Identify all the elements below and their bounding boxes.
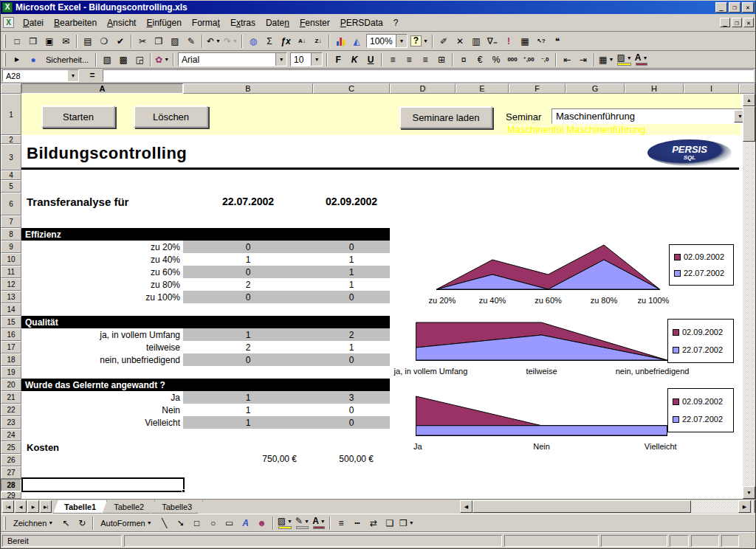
select-objects-button[interactable]: ↖ — [58, 516, 74, 531]
thousands-button[interactable]: 000 — [504, 52, 520, 67]
section-header[interactable]: Qualität — [21, 316, 390, 328]
row-value-2[interactable]: 0 — [313, 291, 390, 303]
autoformen-menu-button[interactable]: AutoFormen▼ — [96, 516, 156, 531]
column-header-h[interactable]: H — [625, 83, 684, 94]
kosten-value-1[interactable]: 750,00 € — [183, 454, 313, 466]
menu-item-einfgen[interactable]: Einfügen — [141, 15, 186, 30]
menu-item-format[interactable]: Format — [187, 15, 225, 30]
formula-input[interactable] — [103, 69, 754, 82]
active-cell-a28[interactable] — [21, 477, 185, 492]
last-sheet-button[interactable]: ▶| — [40, 500, 52, 513]
autofilter-button[interactable]: ∇₌ — [484, 34, 501, 49]
insert-hyperlink-button[interactable]: ◍ — [245, 34, 261, 49]
seminar-dropdown[interactable]: Maschinenführung ▼ — [551, 108, 743, 124]
save-button[interactable]: ▣ — [41, 34, 58, 49]
edit-formula-button[interactable]: = — [85, 70, 100, 82]
section-header[interactable]: Effizienz — [21, 228, 390, 241]
row-header-21[interactable]: 21 — [1, 391, 21, 404]
size-combo-arrow-icon[interactable]: ▼ — [311, 53, 322, 66]
row-header-15[interactable]: 15 — [1, 316, 21, 328]
size-combo[interactable]: 10▼ — [290, 52, 323, 66]
autosum-button[interactable]: Σ — [261, 34, 278, 49]
align-left-button[interactable]: ≡ — [385, 52, 401, 67]
row-value-2[interactable]: 0 — [313, 404, 390, 416]
row-value-2[interactable]: 2 — [313, 328, 390, 341]
free-rotate-button[interactable]: ↻ — [74, 516, 90, 531]
scroll-right-icon[interactable]: ▶ — [738, 500, 751, 513]
row-header-27[interactable]: 27 — [1, 466, 21, 479]
chart-effizienz[interactable]: zu 20%zu 40%zu 60%zu 80%zu 100%02.09.200… — [436, 244, 732, 308]
close-button[interactable]: ✕ — [742, 2, 754, 13]
workbook-restore-button[interactable]: ❐ — [732, 18, 742, 27]
increase-indent-button[interactable]: ⇥ — [575, 52, 591, 67]
redo-dropdown-icon[interactable]: ▼ — [233, 38, 238, 44]
transfer-date-1[interactable]: 22.07.2002 — [183, 196, 313, 207]
zoom-combo-arrow-icon[interactable]: ▼ — [396, 35, 407, 47]
important-button[interactable]: ! — [501, 34, 517, 49]
row-header-3[interactable]: 3 — [1, 144, 21, 170]
bold-button[interactable]: F — [330, 52, 346, 67]
row-value-2[interactable]: 0 — [313, 353, 390, 366]
zeichnen-menu-dropdown-icon[interactable]: ▼ — [48, 520, 53, 525]
currency-button[interactable]: ¤ — [456, 52, 472, 67]
row-header-25[interactable]: 25 — [1, 441, 21, 454]
fill-color-button[interactable]: ▨▼ — [276, 516, 294, 531]
toolbar-grip[interactable] — [4, 53, 6, 66]
paste-button[interactable]: ▨ — [167, 34, 183, 49]
italic-button[interactable]: K — [346, 52, 362, 67]
row-value-1[interactable]: 1 — [183, 391, 313, 404]
column-header-f[interactable]: F — [509, 83, 566, 94]
wordart-button[interactable]: A — [238, 516, 254, 531]
text-box-button[interactable]: ▭ — [221, 516, 238, 531]
name-box[interactable]: A28 ▼ — [2, 69, 79, 82]
redo-button[interactable]: ↷▼ — [222, 34, 239, 49]
decrease-decimal-button[interactable]: ⁻,0 — [537, 52, 553, 67]
toolbar-grip[interactable] — [4, 35, 6, 48]
chart-colors-dropdown-icon[interactable]: ▼ — [164, 57, 169, 62]
borders-dropdown-icon[interactable]: ▼ — [608, 57, 614, 62]
email-button[interactable]: ✉ — [58, 34, 74, 49]
column-header-c[interactable]: C — [313, 83, 390, 94]
row-value-2[interactable]: 1 — [313, 253, 390, 266]
font-color-dropdown-icon[interactable]: ▼ — [643, 55, 648, 61]
toolbar-grip[interactable] — [4, 517, 6, 530]
sort-descending-button[interactable]: Z↓ — [310, 34, 326, 49]
sort-ascending-button[interactable]: A↓ — [294, 34, 310, 49]
fill-color-button[interactable]: ▨▼ — [615, 52, 633, 67]
chart-angewandt[interactable]: JaNeinVielleicht02.09.200222.07.2002 — [416, 396, 743, 459]
columns-button[interactable]: ▥ — [468, 34, 484, 49]
print-button[interactable]: ▤ — [80, 34, 96, 49]
row-label[interactable]: teilweise — [21, 341, 183, 353]
row-label[interactable]: Ja — [21, 391, 183, 404]
column-header-g[interactable]: G — [566, 83, 625, 94]
row-label[interactable]: zu 100% — [21, 291, 183, 303]
row-label[interactable]: nein, unbefriedigend — [21, 353, 183, 366]
column-header-e[interactable]: E — [456, 83, 509, 94]
row-label[interactable]: zu 80% — [21, 278, 183, 291]
row-header-23[interactable]: 23 — [1, 416, 21, 429]
row-header-7[interactable]: 7 — [1, 215, 21, 228]
align-right-button[interactable]: ≡ — [417, 52, 433, 67]
row-value-1[interactable]: 0 — [183, 291, 313, 303]
row-header-22[interactable]: 22 — [1, 404, 21, 416]
menu-item-bearbeiten[interactable]: Bearbeiten — [49, 15, 102, 30]
tab-split-handle[interactable] — [752, 500, 755, 513]
menu-item-extras[interactable]: Extras — [225, 15, 261, 30]
form-button[interactable]: ▦ — [517, 34, 533, 49]
font-color-button[interactable]: A▼ — [633, 52, 650, 67]
line-color-dropdown-icon[interactable]: ▼ — [304, 519, 309, 524]
starten-button[interactable]: Starten — [41, 106, 115, 128]
fill-handle[interactable] — [182, 489, 185, 493]
line-button[interactable]: ╲ — [157, 516, 173, 531]
workbook-minimize-button[interactable]: _ — [720, 18, 730, 27]
properties-button[interactable]: ▧ — [99, 52, 115, 67]
chart-wizard-button[interactable] — [332, 34, 348, 49]
font-color-button[interactable]: A▼ — [311, 516, 327, 531]
tab-tabelle3[interactable]: Tabelle3 — [151, 500, 203, 514]
underline-button[interactable]: U — [362, 52, 379, 67]
borders-button[interactable]: ▦▼ — [597, 52, 615, 67]
workbook-close-button[interactable]: ✕ — [743, 18, 754, 27]
print-preview-button[interactable]: ❍ — [96, 34, 112, 49]
row-header-4[interactable]: 4 — [1, 170, 21, 180]
drawing-button[interactable]: ◭ — [348, 34, 365, 49]
